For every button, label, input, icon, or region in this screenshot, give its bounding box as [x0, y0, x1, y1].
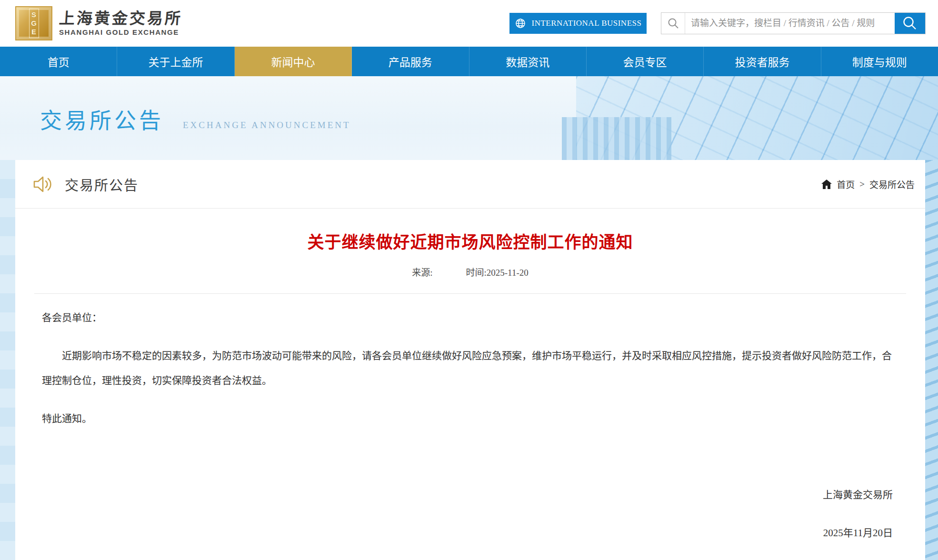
article-meta: 来源: 时间:2025-11-20: [34, 265, 906, 278]
breadcrumb-home-link[interactable]: 首页: [837, 178, 855, 190]
content-card: 交易所公告 首页 > 交易所公告 关于继续做好近期市场风险控制工作的通知 来源:…: [15, 160, 925, 560]
nav-item-about[interactable]: 关于上金所: [117, 47, 234, 76]
header: SGE 上海黄金交易所 SHANGHAI GOLD EXCHANGE INTER…: [0, 0, 938, 47]
brand-logo[interactable]: SGE 上海黄金交易所 SHANGHAI GOLD EXCHANGE: [15, 6, 182, 40]
search-input[interactable]: [685, 13, 895, 34]
signature-block: 上海黄金交易所 2025年11月20日: [42, 482, 898, 545]
international-business-label: INTERNATIONAL BUSINESS: [532, 19, 642, 28]
international-business-button[interactable]: INTERNATIONAL BUSINESS: [509, 13, 647, 34]
nav-item-news-center[interactable]: 新闻中心: [235, 47, 352, 76]
search-submit-icon: [902, 15, 918, 31]
search-icon: [661, 13, 685, 34]
main-nav: 首页 关于上金所 新闻中心 产品服务 数据资讯 会员专区 投资者服务 制度与规则: [0, 47, 938, 76]
article-source: 来源:: [412, 265, 432, 278]
home-icon: [821, 180, 832, 189]
search-bar: [661, 12, 926, 34]
nav-item-home[interactable]: 首页: [0, 47, 117, 76]
nav-item-data[interactable]: 数据资讯: [469, 47, 587, 76]
section-header: 交易所公告 首页 > 交易所公告: [15, 160, 925, 209]
article-signature: 上海黄金交易所: [42, 482, 893, 507]
article-date: 2025年11月20日: [42, 520, 893, 545]
breadcrumb-current: 交易所公告: [869, 178, 915, 190]
banner-subtitle: EXCHANGE ANNOUNCEMENT: [183, 120, 351, 130]
brand-text: 上海黄金交易所 SHANGHAI GOLD EXCHANGE: [59, 10, 182, 37]
brand-title-cn: 上海黄金交易所: [59, 10, 183, 27]
globe-icon: [515, 18, 526, 29]
nav-item-members[interactable]: 会员专区: [587, 47, 704, 76]
nav-item-investor-services[interactable]: 投资者服务: [704, 47, 821, 76]
breadcrumb-separator: >: [859, 179, 865, 190]
section-title: 交易所公告: [65, 174, 139, 194]
search-submit-button[interactable]: [895, 13, 925, 34]
breadcrumb: 首页 > 交易所公告: [821, 178, 915, 190]
article-paragraph-closing: 特此通知。: [42, 406, 898, 431]
banner-building-image-small: [562, 117, 671, 160]
banner-titles: 交易所公告 EXCHANGE ANNOUNCEMENT: [40, 103, 351, 134]
sge-logo-icon: SGE: [15, 6, 52, 40]
nav-item-rules[interactable]: 制度与规则: [821, 47, 938, 76]
section-header-left: 交易所公告: [32, 174, 139, 194]
logo-abbr: SGE: [29, 9, 39, 38]
article-paragraph-salutation: 各会员单位：: [42, 305, 898, 330]
brand-title-en: SHANGHAI GOLD EXCHANGE: [59, 29, 182, 37]
article-title: 关于继续做好近期市场风险控制工作的通知: [34, 229, 906, 253]
banner-title: 交易所公告: [40, 103, 164, 134]
banner: 交易所公告 EXCHANGE ANNOUNCEMENT: [0, 76, 938, 160]
article-body: 各会员单位： 近期影响市场不稳定的因素较多，为防范市场波动可能带来的风险，请各会…: [34, 294, 906, 545]
nav-item-products[interactable]: 产品服务: [352, 47, 469, 76]
article-paragraph-main: 近期影响市场不稳定的因素较多，为防范市场波动可能带来的风险，请各会员单位继续做好…: [42, 343, 898, 393]
article: 关于继续做好近期市场风险控制工作的通知 来源: 时间:2025-11-20 各会…: [15, 229, 925, 545]
page-background: 交易所公告 首页 > 交易所公告 关于继续做好近期市场风险控制工作的通知 来源:…: [0, 160, 938, 560]
header-actions: INTERNATIONAL BUSINESS: [509, 12, 926, 34]
article-time: 时间:2025-11-20: [466, 265, 529, 278]
speaker-icon: [32, 175, 54, 194]
